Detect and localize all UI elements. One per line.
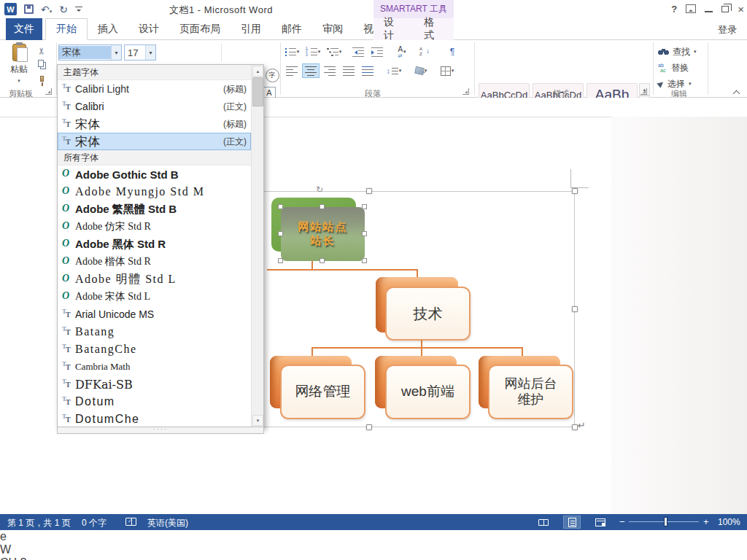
web-layout-button[interactable] [592, 516, 609, 529]
read-mode-button[interactable] [535, 516, 552, 529]
font-list-item[interactable]: Dotum [58, 393, 251, 411]
dropdown-resize-grip[interactable]: ···· [57, 427, 264, 434]
ribbon-tab[interactable]: 邮件 [271, 18, 312, 40]
sign-in-link[interactable]: 登录 [718, 23, 737, 36]
ribbon-tab[interactable]: 设计 [128, 18, 169, 40]
bullets-button[interactable]: ▾ [283, 44, 301, 59]
font-list-item[interactable]: Adobe 繁黑體 Std B [58, 201, 251, 218]
canvas-handle[interactable] [572, 424, 578, 430]
font-name-dropdown-icon[interactable]: ▼ [111, 45, 121, 60]
font-size-combobox[interactable]: 17 ▼ [124, 44, 156, 61]
zoom-out-button[interactable]: − [619, 516, 625, 527]
child-shape-3[interactable]: 网站后台 维护 [488, 365, 573, 419]
shape-handle[interactable] [320, 204, 325, 209]
shape-handle[interactable] [320, 258, 325, 263]
line-spacing-button[interactable]: ↕▾ [382, 63, 406, 78]
font-list-item[interactable]: BatangChe [58, 341, 251, 358]
dropdown-scrollbar[interactable]: ▲ ▼ [251, 65, 263, 427]
decrease-indent-button[interactable] [349, 44, 367, 59]
borders-button[interactable]: ▾ [436, 63, 458, 78]
align-right-button[interactable] [321, 63, 338, 78]
scrollbar-thumb[interactable] [252, 77, 263, 106]
shape-handle[interactable] [362, 204, 367, 209]
align-center-button[interactable] [302, 63, 320, 78]
font-list-item[interactable]: Adobe 楷体 Std R [58, 253, 251, 271]
cut-button[interactable]: ✂ [34, 44, 50, 57]
scroll-up-icon[interactable]: ▲ [252, 66, 263, 77]
undo-dropdown-icon[interactable]: ▾ [50, 9, 53, 14]
word-logo-icon[interactable]: W [4, 3, 17, 15]
contextual-tab[interactable]: 设计 [374, 18, 414, 40]
root-shape[interactable]: 网站站点 站长 [281, 207, 365, 261]
font-list-item[interactable]: Adobe Myungjo Std M [58, 183, 251, 201]
font-list-item[interactable]: Adobe 明體 Std L [58, 271, 251, 288]
ribbon-tab[interactable]: 审阅 [312, 18, 353, 40]
rotate-handle-icon[interactable]: ↻ [316, 184, 323, 195]
font-list-item[interactable]: Arial Unicode MS [58, 306, 251, 323]
child-shape-2[interactable]: web前端 [385, 365, 471, 419]
contextual-tab[interactable]: 格式 [414, 18, 454, 40]
ribbon-tab[interactable]: 页面布局 [169, 18, 231, 40]
shape-handle[interactable] [278, 258, 283, 263]
tab-file[interactable]: 文件 [6, 18, 42, 40]
font-list-item[interactable]: Adobe 黑体 Std R [58, 236, 251, 253]
font-list-item[interactable]: Adobe 仿宋 Std R [58, 218, 251, 236]
help-tray-icon[interactable]: ? [20, 556, 27, 560]
help-button[interactable]: ? [671, 4, 677, 15]
canvas-handle[interactable] [366, 188, 372, 194]
input-language-indicator[interactable]: CH [0, 556, 17, 560]
styles-dialog-launcher[interactable] [640, 88, 647, 95]
canvas-handle[interactable] [366, 424, 372, 430]
ribbon-tab[interactable]: 引用 [231, 18, 271, 40]
show-hide-marks-button[interactable]: ¶ [444, 44, 461, 59]
shape-handle[interactable] [278, 231, 283, 236]
word-count[interactable]: 0 个字 [82, 517, 107, 529]
font-size-value[interactable]: 17 [125, 47, 145, 58]
save-icon[interactable] [24, 4, 34, 14]
font-name-combobox[interactable]: 宋体 ▼ [58, 44, 122, 61]
numbering-button[interactable]: ▾ [304, 44, 322, 59]
canvas-handle[interactable] [572, 188, 578, 194]
taskbar-word-button[interactable]: W [0, 543, 747, 556]
paragraph-dialog-launcher[interactable] [462, 88, 469, 95]
child-shape-1[interactable]: 网络管理 [280, 365, 365, 419]
zoom-slider-track[interactable] [629, 521, 699, 522]
shape-handle[interactable] [278, 204, 283, 209]
font-list-item[interactable]: 宋体 (标题) [58, 115, 251, 133]
sort-button[interactable] [416, 44, 433, 59]
shading-button[interactable]: ▾ [410, 63, 432, 78]
taskbar-ie-button[interactable]: e [0, 530, 747, 543]
font-list-item[interactable]: Calibri (正文) [58, 98, 251, 115]
font-list-item[interactable]: Calibri Light (标题) [58, 80, 251, 98]
language-indicator[interactable]: 英语(美国) [147, 517, 188, 529]
font-list-item[interactable]: Adobe 宋体 Std L [58, 288, 251, 306]
undo-button[interactable]: ↶▾ [41, 3, 52, 16]
paste-dropdown-icon[interactable]: ▾ [18, 78, 20, 84]
font-list-item[interactable]: 宋体 (正文) [58, 133, 251, 150]
font-list-item[interactable]: DFKai-SB [58, 376, 251, 393]
font-list-item[interactable]: DotumChe [58, 411, 251, 427]
collapse-ribbon-icon[interactable] [732, 90, 741, 96]
clipboard-dialog-launcher[interactable] [45, 88, 52, 95]
align-left-button[interactable] [283, 63, 301, 78]
format-painter-button[interactable] [34, 72, 50, 85]
enclose-characters-button[interactable]: 字 [264, 67, 280, 83]
minimize-button[interactable] [705, 5, 713, 12]
asian-layout-button[interactable]: A⇄▾ [391, 44, 413, 59]
find-button[interactable]: 查找▾ [658, 44, 697, 59]
font-size-dropdown-icon[interactable]: ▼ [145, 45, 155, 60]
font-list-item[interactable]: Cambria Math [58, 358, 251, 376]
zoom-in-button[interactable]: + [703, 516, 709, 527]
multilevel-list-button[interactable]: ▾ [325, 44, 343, 59]
scroll-down-icon[interactable]: ▼ [252, 415, 263, 426]
distribute-button[interactable] [359, 63, 376, 78]
ribbon-tab[interactable]: 开始 [45, 18, 88, 40]
font-list-item[interactable]: Batang [58, 323, 251, 341]
proofing-book-icon[interactable] [125, 518, 136, 526]
font-name-value[interactable]: 宋体 [59, 46, 111, 59]
close-button[interactable]: × [738, 4, 744, 15]
redo-icon[interactable]: ↻ [59, 4, 68, 15]
increase-indent-button[interactable] [368, 44, 386, 59]
justify-button[interactable] [340, 63, 357, 78]
print-layout-button[interactable] [563, 516, 581, 529]
